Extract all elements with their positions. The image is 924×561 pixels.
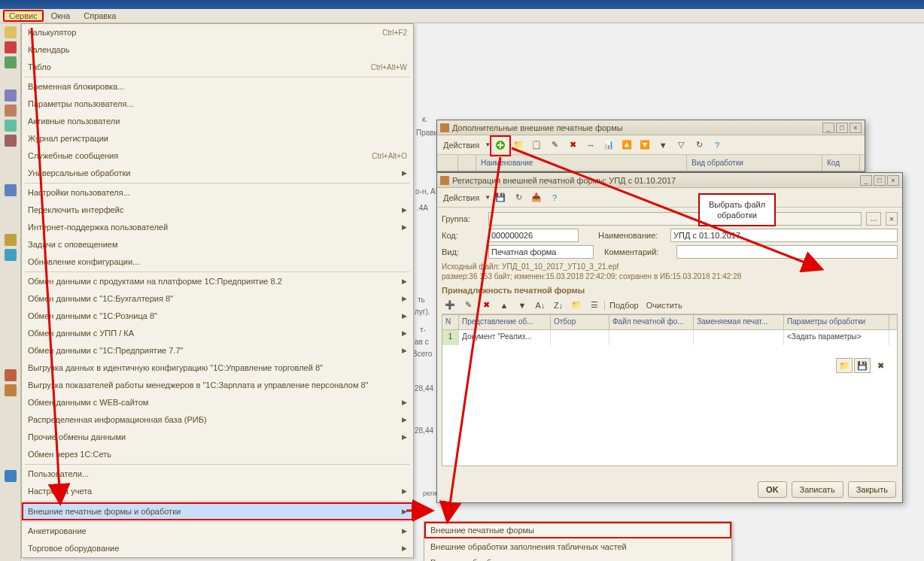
menu-item[interactable]: Универсальные обработки▶ <box>22 165 413 182</box>
menu-item[interactable]: Переключить интерфейс▶ <box>22 202 413 219</box>
actions-button[interactable]: Действия <box>440 141 482 150</box>
table-row[interactable]: 1 Документ "Реализ... <Задать параметры> <box>442 330 897 345</box>
menu-item[interactable]: Настройка учета▶ <box>22 483 413 500</box>
delete-button[interactable]: ✖ <box>564 137 581 153</box>
th-params[interactable]: Параметры обработки <box>784 315 889 329</box>
group-select-button[interactable]: ... <box>866 212 881 226</box>
bg-text: т- <box>420 326 426 334</box>
menu-item[interactable]: КалькуляторCtrl+F2 <box>22 24 413 41</box>
kind-input[interactable] <box>488 245 594 259</box>
bg-text: 28,44 <box>415 384 433 393</box>
edit-button[interactable]: ✎ <box>546 137 563 153</box>
move-up-button[interactable]: ▲ <box>496 297 512 314</box>
filter-off-button[interactable]: ▽ <box>673 137 689 153</box>
clear-button[interactable]: Очистить <box>643 301 685 310</box>
filter-button[interactable]: ▼ <box>655 137 671 153</box>
menu-item[interactable]: Обмен через 1С:Сеть <box>22 446 413 463</box>
submenu-item[interactable]: Внешние обработки <box>424 554 731 561</box>
file-save-button[interactable]: 💾 <box>854 358 871 373</box>
file-open-button[interactable]: 📁 <box>836 358 853 373</box>
sort-dn-button[interactable]: 🔽 <box>637 137 653 153</box>
menu-item[interactable]: Параметры пользователя... <box>22 96 413 113</box>
ok-button[interactable]: OK <box>758 481 787 498</box>
code-input[interactable] <box>488 229 579 242</box>
menu-item[interactable]: Задачи с оповещением <box>22 236 413 253</box>
menu-item[interactable]: Обмен данными с продуктами на платформе … <box>22 273 413 290</box>
group-clear-button[interactable]: × <box>886 212 898 226</box>
copy-button[interactable]: 📋 <box>528 137 545 153</box>
bg-text: .4A <box>417 204 428 212</box>
name-input[interactable] <box>670 229 898 242</box>
th-code[interactable]: Код <box>822 155 860 171</box>
menu-item[interactable]: Интернет-поддержка пользователей▶ <box>22 219 413 236</box>
menu-item[interactable]: Выгрузка данных в идентичную конфигураци… <box>22 359 413 377</box>
menu-item[interactable]: Журнал регистрации <box>22 130 413 147</box>
menu-service[interactable]: Сервис <box>3 10 44 22</box>
folder-button[interactable]: 📁 <box>568 297 585 314</box>
help-button[interactable]: ? <box>709 137 725 153</box>
menu-item[interactable]: Распределенная информационная база (РИБ)… <box>22 411 413 429</box>
update-icon <box>5 249 17 261</box>
close-button[interactable]: × <box>850 123 862 133</box>
menu-item[interactable]: Обмен данными с УПП / КА▶ <box>22 325 413 342</box>
sort-az-button[interactable]: A↓ <box>532 297 549 314</box>
save-button[interactable]: 💾 <box>492 190 509 206</box>
menu-item[interactable]: Анкетирование▶ <box>22 523 413 540</box>
submenu-item[interactable]: Внешние обработки заполнения табличных ч… <box>424 538 731 554</box>
add-button[interactable] <box>492 137 509 153</box>
maximize-button[interactable]: □ <box>874 175 886 186</box>
th-name[interactable]: Наименование <box>476 155 687 171</box>
edit-row-button[interactable]: ✎ <box>460 297 476 314</box>
menu-item[interactable]: Временная блокировка... <box>22 78 413 96</box>
menu-item[interactable]: Календарь <box>22 41 413 59</box>
comment-input[interactable] <box>676 245 898 259</box>
menu-item[interactable]: Служебные сообщенияCtrl+Alt+O <box>22 147 413 165</box>
group-input[interactable] <box>488 212 862 226</box>
add-row-button[interactable]: ➕ <box>442 297 458 314</box>
menu-item[interactable]: Пользователи... <box>22 465 413 483</box>
maximize-button[interactable]: □ <box>836 123 848 133</box>
menu-item[interactable]: Внешние печатные формы и обработки▶ <box>22 502 413 520</box>
sort-za-button[interactable]: Z↓ <box>550 297 567 314</box>
hierarchy-button[interactable]: 📊 <box>600 137 617 153</box>
close-button[interactable]: × <box>887 175 899 186</box>
menu-item[interactable]: Обмен данными с "1С:Предприятие 7.7"▶ <box>22 342 413 359</box>
menu-windows[interactable]: Окна <box>45 10 77 22</box>
menu-help[interactable]: Справка <box>78 10 122 22</box>
menu-item[interactable]: Выгрузка показателей работы менеджеров в… <box>22 377 413 394</box>
del-row-button[interactable]: ✖ <box>478 297 494 314</box>
menu-item[interactable]: ТаблоCtrl+Alt+W <box>22 59 413 76</box>
move-dn-button[interactable]: ▼ <box>514 297 530 314</box>
menu-item[interactable]: Обмен данными с "1С:Розница 8"▶ <box>22 308 413 325</box>
move-button[interactable]: ↔ <box>582 137 599 153</box>
minimize-button[interactable]: _ <box>860 175 872 186</box>
menu-item[interactable]: Настройки пользователя... <box>22 184 413 202</box>
label-code: Код: <box>442 231 484 240</box>
list-button[interactable]: ☰ <box>586 297 603 314</box>
th-repr[interactable]: Представление об... <box>459 315 551 329</box>
add-folder-button[interactable]: 📁 <box>510 137 527 153</box>
select-button[interactable]: Подбор <box>604 301 642 310</box>
th-kind[interactable]: Вид обработки <box>687 155 822 171</box>
th-file[interactable]: Файл печатной фо... <box>609 315 694 329</box>
minimize-button[interactable]: _ <box>822 123 834 133</box>
refresh-button[interactable]: ↻ <box>691 137 707 153</box>
import-button[interactable]: 📥 <box>528 190 545 206</box>
menu-item[interactable]: Обмен данными с WEB-сайтом▶ <box>22 394 413 411</box>
close-button[interactable]: Закрыть <box>848 481 896 498</box>
menu-item[interactable]: Торговое оборудование▶ <box>22 540 413 557</box>
menu-item[interactable]: Обновление конфигурации... <box>22 253 413 271</box>
th-n[interactable]: N <box>442 315 459 329</box>
menu-item[interactable]: Активные пользователи <box>22 113 413 130</box>
th-filter[interactable]: Отбор <box>551 315 609 329</box>
write-button[interactable]: Записать <box>792 481 843 498</box>
file-clear-button[interactable]: ✖ <box>872 358 889 373</box>
submenu-item[interactable]: Внешние печатные формы <box>424 522 731 538</box>
actions-button[interactable]: Действия <box>440 193 482 202</box>
menu-item[interactable]: Обмен данными с "1С:Бухгалтерия 8"▶ <box>22 290 413 308</box>
sort-up-button[interactable]: 🔼 <box>619 137 635 153</box>
refresh-button[interactable]: ↻ <box>510 190 527 206</box>
menu-item[interactable]: Прочие обмены данными▶ <box>22 429 413 446</box>
th-replace[interactable]: Заменяемая печат... <box>694 315 784 329</box>
help-button[interactable]: ? <box>546 190 563 206</box>
